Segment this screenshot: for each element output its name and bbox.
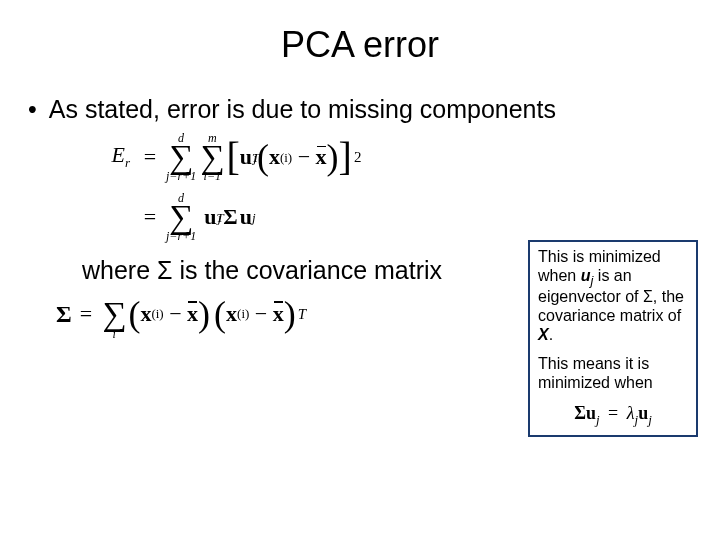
slide-title: PCA error <box>28 24 692 66</box>
eq2-equals: = <box>136 206 164 228</box>
callout-p2: This means it is minimized when <box>538 355 688 393</box>
right-paren-icon: ) <box>284 302 296 327</box>
equation-row-1: Er = d ∑ j=r+1 m ∑ i=1 [ uTj ( x(i) − x … <box>84 132 692 182</box>
right-paren-icon: ) <box>198 302 210 327</box>
callout-equation: Σuj = λjuj <box>538 403 688 427</box>
left-paren-icon: ( <box>128 302 140 327</box>
slide: PCA error • As stated, error is due to m… <box>0 0 720 540</box>
equation-block: Er = d ∑ j=r+1 m ∑ i=1 [ uTj ( x(i) − x … <box>84 132 692 242</box>
left-paren-icon: ( <box>257 145 269 170</box>
right-paren-icon: ) <box>327 145 339 170</box>
left-bracket-icon: [ <box>226 143 239 171</box>
bullet-text: As stated, error is due to missing compo… <box>49 94 556 124</box>
eq1-equals: = <box>136 146 164 168</box>
eq1-term: uTj ( x(i) − x ) <box>240 145 339 170</box>
eq2-sum-j: d ∑ j=r+1 <box>166 192 196 242</box>
eq2-term: uTj Σ uj <box>204 206 255 228</box>
eq1-lhs: Er <box>84 144 136 169</box>
callout-p1: This is minimized when uj is an eigenvec… <box>538 248 688 345</box>
eq1-sum-j: d ∑ j=r+1 <box>166 132 196 182</box>
cov-transpose: T <box>298 306 306 323</box>
callout-box: This is minimized when uj is an eigenvec… <box>528 240 698 437</box>
eq1-squared: 2 <box>354 150 362 165</box>
bullet-dot: • <box>28 94 37 124</box>
left-paren-icon: ( <box>214 302 226 327</box>
right-bracket-icon: ] <box>339 143 352 171</box>
eq1-sum-i: m ∑ i=1 <box>200 132 224 182</box>
bullet-item: • As stated, error is due to missing com… <box>28 94 692 124</box>
cov-sum: ∑ i <box>102 289 126 339</box>
equation-row-2: = d ∑ j=r+1 uTj Σ uj <box>84 192 692 242</box>
